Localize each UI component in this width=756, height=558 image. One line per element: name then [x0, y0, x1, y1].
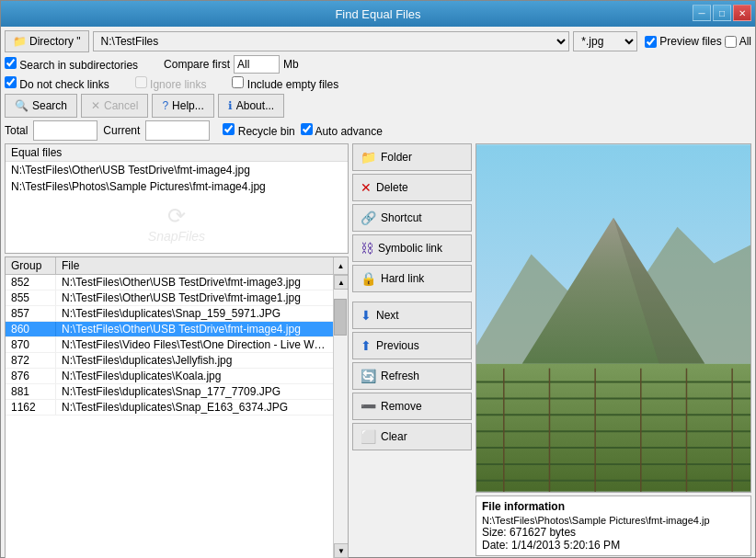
equal-files-section: Equal files N:\TestFiles\Other\USB TestD… [5, 143, 349, 254]
previous-icon: ⬆ [361, 338, 372, 353]
search-button[interactable]: 🔍 Search [5, 94, 77, 118]
auto-advance-checkbox[interactable] [301, 123, 313, 135]
about-icon: ℹ [228, 99, 233, 112]
scroll-up-btn[interactable]: ▲ [333, 257, 348, 274]
window-controls: ─ □ ✕ [693, 5, 751, 21]
total-label: Total [5, 124, 28, 137]
table-row[interactable]: 870 N:\TestFiles\Video Files\Test\One Di… [6, 337, 333, 353]
file-info-path: N:\TestFiles\Photos\Sample Pictures\fmt-… [482, 515, 745, 526]
recycle-bin-checkbox[interactable] [223, 123, 235, 135]
ignore-links-label[interactable]: Ignore links [135, 76, 207, 91]
options-row: Search in subdirectories Compare first M… [5, 55, 751, 74]
do-not-check-links-label[interactable]: Do not check links [5, 76, 109, 91]
table-row[interactable]: 857 N:\TestFiles\duplicates\Snap_159_597… [6, 306, 333, 322]
file-info-size: Size: 671627 bytes [482, 526, 745, 539]
action-buttons-row: 🔍 Search ✕ Cancel ? Help... ℹ About... [5, 94, 751, 118]
lower-content: Equal files N:\TestFiles\Other\USB TestD… [5, 143, 751, 558]
table-row[interactable]: 855 N:\TestFiles\Other\USB TestDrive\fmt… [6, 290, 333, 306]
search-in-subdirs-label[interactable]: Search in subdirectories [5, 57, 138, 72]
symbolic-link-button[interactable]: ⛓ Symbolic link [352, 234, 472, 262]
ignore-links-checkbox [135, 76, 147, 88]
table-row[interactable]: 876 N:\TestFiles\duplicates\Koala.jpg [6, 369, 333, 384]
recycle-bin-label[interactable]: Recycle bin [223, 123, 294, 138]
directory-row: 📁 Directory " N:\TestFiles *.jpg Preview… [5, 30, 751, 52]
middle-panel: 📁 Folder ✕ Delete 🔗 Shortcut ⛓ Symbolic … [352, 143, 472, 558]
file-list-header: Group File ▲ [6, 257, 348, 275]
cancel-button[interactable]: ✕ Cancel [81, 94, 148, 118]
titlebar: Find Equal Files ─ □ ✕ [1, 1, 755, 27]
table-row-selected[interactable]: 860 N:\TestFiles\Other\USB TestDrive\fmt… [6, 322, 333, 337]
folder-icon: 📁 [13, 35, 27, 48]
all-files-checkbox[interactable] [725, 36, 737, 48]
status-row: Total 1301 Current 861 Recycle bin Auto … [5, 120, 751, 141]
path-combo[interactable]: N:\TestFiles [93, 31, 570, 51]
window-title: Find Equal Files [1, 7, 755, 21]
remove-icon: ➖ [361, 399, 376, 414]
include-empty-files-checkbox[interactable] [232, 76, 244, 88]
do-not-check-links-text: Do not check links [19, 78, 109, 91]
clear-button[interactable]: ⬜ Clear [352, 423, 472, 450]
total-input: 1301 [33, 120, 97, 141]
file-list-section: Group File ▲ 852 N:\TestFiles\Other\USB … [5, 256, 349, 558]
include-empty-files-label[interactable]: Include empty files [232, 76, 338, 91]
equal-files-label: Equal files [6, 144, 348, 162]
table-row[interactable]: 1162 N:\TestFiles\duplicates\Snap_E163_6… [6, 400, 333, 416]
scroll-up-button[interactable]: ▲ [334, 275, 348, 290]
folder-button[interactable]: 📁 Folder [352, 143, 472, 171]
compare-unit-label: Mb [283, 58, 299, 71]
do-not-check-links-checkbox[interactable] [5, 76, 17, 88]
next-icon: ⬇ [361, 308, 372, 323]
clear-icon: ⬜ [361, 429, 376, 444]
extension-combo[interactable]: *.jpg [573, 31, 637, 51]
scroll-track[interactable] [334, 290, 348, 543]
about-button[interactable]: ℹ About... [218, 94, 284, 118]
file-column-header: File [56, 257, 333, 274]
main-content: 📁 Directory " N:\TestFiles *.jpg Preview… [1, 27, 755, 558]
table-row[interactable]: 881 N:\TestFiles\duplicates\Snap_177_770… [6, 384, 333, 400]
close-button[interactable]: ✕ [733, 5, 751, 21]
current-input: 861 [145, 120, 210, 141]
table-row[interactable]: 872 N:\TestFiles\duplicates\Jellyfish.jp… [6, 353, 333, 369]
preview-files-checkbox[interactable] [645, 36, 657, 48]
shortcut-button[interactable]: 🔗 Shortcut [352, 204, 472, 232]
main-window: Find Equal Files ─ □ ✕ 📁 Directory " N:\… [0, 0, 756, 558]
hard-link-button[interactable]: 🔒 Hard link [352, 265, 472, 292]
minimize-button[interactable]: ─ [693, 5, 711, 21]
equal-file-item[interactable]: N:\TestFiles\Photos\Sample Pictures\fmt-… [6, 178, 348, 195]
help-button[interactable]: ? Help... [152, 94, 213, 118]
preview-files-label[interactable]: Preview files [659, 35, 721, 48]
compare-first-input[interactable] [234, 55, 280, 74]
remove-button[interactable]: ➖ Remove [352, 393, 472, 420]
equal-file-item[interactable]: N:\TestFiles\Other\USB TestDrive\fmt-ima… [6, 162, 348, 178]
cancel-icon: ✕ [91, 99, 100, 112]
group-column-header: Group [6, 257, 56, 274]
refresh-button[interactable]: 🔄 Refresh [352, 362, 472, 390]
delete-icon: ✕ [361, 180, 372, 195]
file-info-title: File information [482, 500, 745, 513]
left-panel: Equal files N:\TestFiles\Other\USB TestD… [5, 143, 349, 558]
search-in-subdirs-checkbox[interactable] [5, 57, 17, 69]
previous-button[interactable]: ⬆ Previous [352, 332, 472, 359]
maximize-button[interactable]: □ [713, 5, 731, 21]
directory-button[interactable]: 📁 Directory " [5, 30, 89, 52]
all-files-label[interactable]: All [739, 35, 751, 48]
scroll-thumb[interactable] [334, 299, 347, 336]
vertical-scrollbar[interactable]: ▲ ▼ [333, 275, 348, 558]
hardlink-icon: 🔒 [361, 271, 376, 286]
shortcut-icon: 🔗 [361, 211, 376, 225]
table-row[interactable]: 852 N:\TestFiles\Other\USB TestDrive\fmt… [6, 275, 333, 290]
file-list-body: 852 N:\TestFiles\Other\USB TestDrive\fmt… [6, 275, 348, 558]
file-info-date: Date: 1/14/2013 5:20:16 PM [482, 539, 745, 552]
current-label: Current [103, 124, 140, 137]
file-list-rows: 852 N:\TestFiles\Other\USB TestDrive\fmt… [6, 275, 333, 558]
next-button[interactable]: ⬇ Next [352, 302, 472, 329]
help-icon: ? [162, 99, 168, 112]
delete-button[interactable]: ✕ Delete [352, 174, 472, 201]
scroll-down-button[interactable]: ▼ [334, 543, 348, 558]
right-panel: File information N:\TestFiles\Photos\Sam… [475, 143, 751, 558]
search-icon: 🔍 [15, 99, 29, 112]
auto-advance-label[interactable]: Auto advance [301, 123, 383, 138]
file-info: File information N:\TestFiles\Photos\Sam… [475, 495, 751, 556]
folder-icon: 📁 [361, 150, 376, 165]
equal-files-list: N:\TestFiles\Other\USB TestDrive\fmt-ima… [6, 162, 348, 253]
